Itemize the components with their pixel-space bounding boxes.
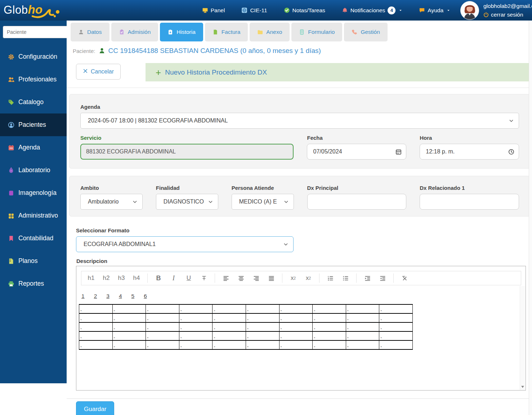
table-cell[interactable]: - [279,340,313,349]
nav-item-cie11[interactable]: CIE-11 [241,7,267,14]
bold-button[interactable]: B [151,272,166,284]
table-cell[interactable]: - [279,304,313,313]
sidebar-item-profesionales[interactable]: Profesionales [0,68,67,91]
table-cell[interactable]: - [279,322,313,331]
table-cell[interactable]: - [313,340,346,349]
table-cell[interactable]: - [146,313,179,322]
tab-anexo[interactable]: Anexo [250,23,290,41]
editor-scrollbar[interactable] [520,286,525,390]
editor-link-6[interactable]: 6 [144,293,147,299]
ambito-select[interactable]: Ambulatorio [80,194,143,210]
h2-button[interactable]: h2 [99,272,114,284]
table-cell[interactable]: - [346,322,379,331]
table-cell[interactable]: - [179,313,213,322]
align-right-button[interactable] [249,272,264,284]
nav-item-panel[interactable]: Panel [202,7,225,14]
h4-button[interactable]: h4 [129,272,144,284]
sidebar-item-configuracion[interactable]: Configuración [0,45,67,68]
table-cell[interactable]: - [213,340,246,349]
table-cell[interactable]: - [379,304,413,313]
table-cell[interactable]: - [346,304,379,313]
hora-input[interactable]: 12:18 p. m. [420,144,519,160]
table-cell[interactable]: - [246,340,279,349]
editor-link-2[interactable]: 2 [94,293,97,299]
align-left-button[interactable] [218,272,233,284]
table-cell[interactable]: - [179,304,213,313]
save-button[interactable]: Guardar [76,401,114,415]
page-scrollbar[interactable] [529,21,532,415]
superscript-button[interactable]: x2 [301,272,316,284]
dx-principal-input[interactable] [307,194,407,210]
indent-button[interactable] [360,272,375,284]
sidebar-item-contabilidad[interactable]: Contabilidad [0,227,67,250]
tab-formulario[interactable]: Formulario [291,23,342,41]
ordered-list-button[interactable] [323,272,338,284]
table-cell[interactable]: - [79,340,113,349]
table-cell[interactable]: - [79,313,113,322]
table-cell[interactable]: - [279,331,313,340]
sidebar-item-agenda[interactable]: Agenda [0,136,67,159]
table-cell[interactable]: - [313,322,346,331]
tab-historia[interactable]: Historia [160,23,203,41]
finalidad-select[interactable]: DIAGNOSTICO [156,194,218,210]
align-justify-button[interactable] [264,272,279,284]
table-cell[interactable]: - [279,313,313,322]
table-cell[interactable]: - [313,331,346,340]
table-cell[interactable]: - [79,331,113,340]
table-cell[interactable]: - [179,331,213,340]
sidebar-item-planos[interactable]: Planos [0,250,67,272]
sidebar-item-laboratorio[interactable]: Laboratorio [0,159,67,182]
editor-link-5[interactable]: 5 [131,293,135,299]
table-cell[interactable]: - [213,304,246,313]
table-cell[interactable]: - [346,313,379,322]
table-cell[interactable]: - [179,340,213,349]
outdent-button[interactable] [375,272,390,284]
tab-datos[interactable]: Datos [71,23,109,41]
table-cell[interactable]: - [79,304,113,313]
table-cell[interactable]: - [346,331,379,340]
persona-atiende-select[interactable]: MEDICO (A) E [232,194,294,210]
nav-item-notas-tareas[interactable]: Notas/Tareas [284,7,325,14]
sidebar-item-catalogo[interactable]: Catalogo [0,91,67,113]
sidebar-item-administrativo[interactable]: Administrativo [0,204,67,227]
table-cell[interactable]: - [246,313,279,322]
fecha-input[interactable]: 07/05/2024 [307,144,406,160]
strikethrough-button[interactable] [196,272,211,284]
table-cell[interactable]: - [112,322,146,331]
table-cell[interactable]: - [112,313,146,322]
sidebar-item-pacientes[interactable]: Pacientes [0,113,67,136]
table-cell[interactable]: - [79,322,113,331]
tab-gestion[interactable]: Gestión [344,23,387,41]
table-cell[interactable]: - [213,313,246,322]
table-cell[interactable]: - [246,322,279,331]
table-cell[interactable]: - [379,340,413,349]
sidebar-item-imagenologia[interactable]: Imagenología [0,182,67,204]
table-cell[interactable]: - [313,304,346,313]
table-cell[interactable]: - [146,322,179,331]
table-cell[interactable]: - [346,340,379,349]
table-cell[interactable]: - [112,304,146,313]
tab-admision[interactable]: Admisión [111,23,158,41]
patient-search-input[interactable] [3,26,76,38]
table-cell[interactable]: - [313,313,346,322]
app-logo[interactable]: Glob ho [4,1,72,20]
sidebar-item-reportes[interactable]: Reportes [0,272,67,295]
table-cell[interactable]: - [379,331,413,340]
table-cell[interactable]: - [213,322,246,331]
table-cell[interactable]: - [246,304,279,313]
subscript-button[interactable]: x2 [286,272,301,284]
unordered-list-button[interactable] [338,272,353,284]
agenda-select[interactable]: 2024-05-07 18:00 | 881302 ECOGRAFIA ABDO… [80,113,519,129]
italic-button[interactable]: I [166,272,181,284]
underline-button[interactable]: U [181,272,196,284]
new-history-banner[interactable]: + Nuevo Historia Procedimiento DX [146,63,532,81]
table-cell[interactable]: - [246,331,279,340]
user-avatar[interactable] [460,1,479,20]
table-cell[interactable]: - [179,322,213,331]
table-cell[interactable]: - [146,331,179,340]
table-cell[interactable]: - [146,304,179,313]
table-cell[interactable]: - [112,340,146,349]
formato-select[interactable]: ECOGRAFIA ABDOMINAL1 [76,236,294,252]
nav-item-ayuda[interactable]: Ayuda [419,7,450,14]
clear-format-button[interactable] [397,272,412,284]
